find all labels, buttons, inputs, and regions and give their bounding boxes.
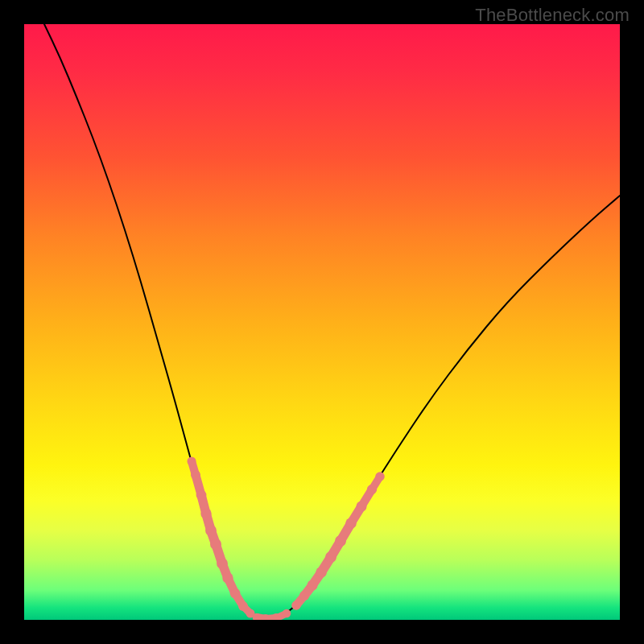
plot-area bbox=[24, 24, 620, 620]
dots-bottom-dot bbox=[283, 609, 291, 618]
dots-right-dot bbox=[375, 472, 385, 481]
outer-frame: TheBottleneck.com bbox=[0, 0, 644, 644]
watermark-text: TheBottleneck.com bbox=[475, 5, 630, 26]
chart-svg bbox=[24, 24, 620, 620]
main-curve-path bbox=[44, 24, 620, 619]
